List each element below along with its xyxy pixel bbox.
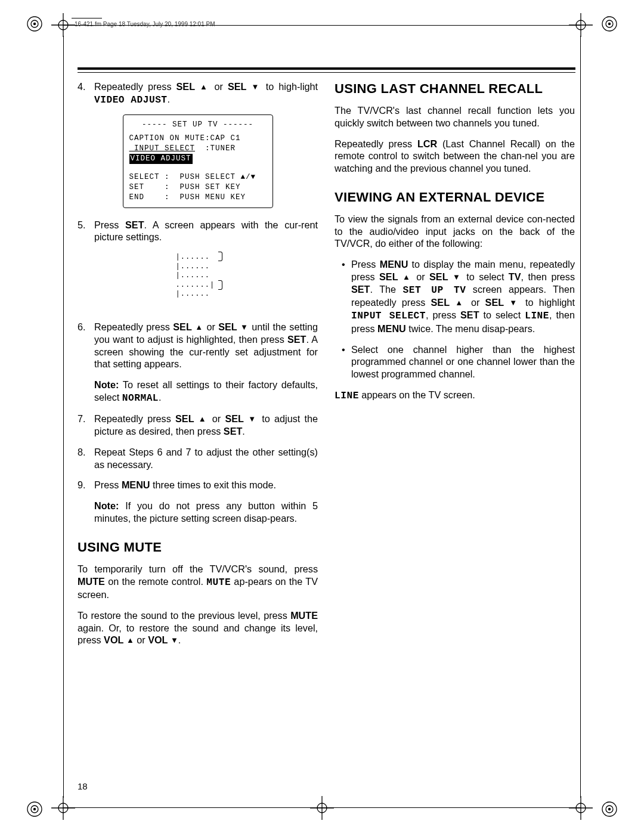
svg-point-8 — [33, 808, 36, 810]
registration-mark-icon — [601, 16, 618, 32]
ext-bullet-1: Press MENU to display the main menu, rep… — [335, 258, 575, 335]
down-triangle-icon: ▼ — [251, 82, 261, 91]
down-triangle-icon: ▼ — [171, 636, 178, 645]
step-number: 5. — [78, 219, 86, 231]
down-triangle-icon: ▼ — [509, 298, 520, 307]
up-triangle-icon: ▲ — [199, 414, 208, 423]
step-number: 8. — [78, 446, 86, 459]
step-9: 9. Press MENU three times to exit this m… — [78, 479, 318, 491]
page-content: 4. Repeatedly press SEL ▲ or SEL ▼ to hi… — [78, 80, 575, 655]
running-header: 16-421.fm Page 18 Tuesday, July 20, 1999… — [75, 21, 215, 27]
slider-figure: |...... |...... |...... .......| |...... — [177, 252, 219, 299]
ext-bullet-2: Select one channel higher than the highe… — [335, 343, 575, 380]
down-triangle-icon: ▼ — [240, 323, 249, 332]
step-number: 4. — [78, 80, 86, 93]
svg-point-2 — [33, 23, 36, 25]
osd-highlighted-item: VIDEO ADJUST — [129, 154, 193, 164]
registration-mark-icon — [601, 801, 618, 817]
mute-paragraph-2: To restore the sound to the previous lev… — [78, 609, 318, 646]
lcr-paragraph-2: Repeatedly press LCR (Last Channel Recal… — [335, 138, 575, 175]
step-number: 6. — [78, 321, 86, 333]
step-5: 5. Press SET. A screen appears with the … — [78, 219, 318, 243]
heading-using-mute: USING MUTE — [78, 539, 318, 556]
up-triangle-icon: ▲ — [402, 272, 412, 281]
crop-mark-icon — [51, 796, 75, 820]
ext-tail: LINE appears on the TV screen. — [335, 389, 575, 402]
note-step-9: Note: If you do not press any button wit… — [78, 500, 318, 524]
crop-mark-icon — [310, 796, 334, 820]
crop-mark-icon — [569, 796, 593, 820]
heading-external-device: VIEWING AN EXTERNAL DEVICE — [335, 189, 575, 206]
down-triangle-icon: ▼ — [248, 414, 258, 423]
mute-paragraph-1: To temporarily turn off the TV/VCR's sou… — [78, 563, 318, 601]
osd-screenshot: ----- SET UP TV ------ CAPTION ON MUTE:C… — [123, 114, 273, 208]
right-column: USING LAST CHANNEL RECALL The TV/VCR's l… — [335, 80, 575, 655]
up-triangle-icon: ▲ — [200, 82, 209, 91]
header-rule — [72, 18, 102, 18]
registration-mark-icon — [26, 801, 43, 817]
top-rule-thin — [78, 72, 575, 73]
up-triangle-icon: ▲ — [455, 298, 466, 307]
step-number: 7. — [78, 413, 86, 425]
trim-line — [580, 36, 581, 798]
lcr-paragraph-1: The TV/VCR's last channel recall functio… — [335, 104, 575, 129]
ext-intro: To view the signals from an external dev… — [335, 213, 575, 250]
down-triangle-icon: ▼ — [453, 272, 462, 281]
step-8: 8. Repeat Steps 6 and 7 to adjust the ot… — [78, 446, 318, 470]
step-number: 9. — [78, 479, 86, 491]
trim-line — [63, 36, 64, 798]
svg-point-5 — [608, 23, 611, 25]
page-number: 18 — [78, 781, 88, 791]
top-rule-thick — [78, 67, 575, 70]
heading-last-channel-recall: USING LAST CHANNEL RECALL — [335, 80, 575, 97]
up-triangle-icon: ▲ — [126, 636, 134, 645]
step-4: 4. Repeatedly press SEL ▲ or SEL ▼ to hi… — [78, 80, 318, 106]
step-6: 6. Repeatedly press SEL ▲ or SEL ▼ until… — [78, 321, 318, 370]
trim-line — [63, 807, 581, 808]
svg-point-11 — [608, 808, 611, 810]
left-column: 4. Repeatedly press SEL ▲ or SEL ▼ to hi… — [78, 80, 318, 655]
osd-title: ----- SET UP TV ------ — [129, 120, 267, 130]
note-step-6: Note: To reset all settings to their fac… — [78, 379, 318, 404]
up-triangle-icon: ▲ — [195, 323, 203, 332]
registration-mark-icon — [26, 16, 43, 32]
step-7: 7. Repeatedly press SEL ▲ or SEL ▼ to ad… — [78, 413, 318, 437]
